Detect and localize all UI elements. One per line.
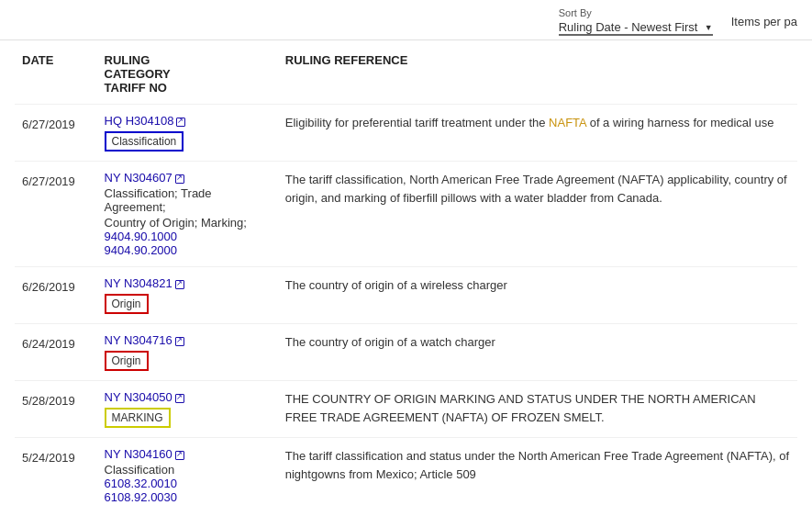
- sort-wrapper[interactable]: Ruling Date - Newest First Ruling Date -…: [559, 20, 713, 36]
- col-header-ruling: RULINGCATEGORYTARIFF NO: [97, 40, 278, 105]
- date-cell: 6/27/2019: [15, 162, 97, 267]
- table-header-row: DATE RULINGCATEGORYTARIFF NO RULING REFE…: [15, 40, 797, 105]
- external-link-icon: [175, 394, 184, 403]
- tariff-link[interactable]: 6108.92.0030: [105, 490, 178, 504]
- reference-cell: THE COUNTRY OF ORIGIN MARKING AND STATUS…: [278, 381, 797, 438]
- sort-section: Sort By Ruling Date - Newest First Rulin…: [559, 7, 713, 36]
- reference-text: The country of origin of a wireless char…: [285, 278, 507, 292]
- ruling-cell: NY N304050MARKING: [97, 381, 278, 438]
- external-link-icon: [175, 174, 184, 184]
- category-text: Classification; Trade Agreement;: [105, 186, 271, 214]
- ruling-link[interactable]: NY N304716: [105, 333, 172, 347]
- external-link-icon: [175, 280, 184, 289]
- tariff-link[interactable]: 9404.90.1000: [105, 230, 178, 243]
- date-cell: 5/24/2019: [15, 438, 97, 506]
- reference-cell: Eligibility for preferential tariff trea…: [278, 105, 797, 162]
- external-link-icon: [176, 118, 185, 127]
- date-cell: 5/28/2019: [15, 381, 97, 438]
- table-row: 6/27/2019HQ H304108ClassificationEligibi…: [15, 105, 797, 162]
- tariff-link[interactable]: 9404.90.2000: [105, 243, 178, 257]
- ruling-cell: NY N304607Classification; Trade Agreemen…: [97, 162, 278, 267]
- category-badge: Origin: [105, 351, 149, 371]
- ruling-link[interactable]: HQ H304108: [105, 114, 174, 128]
- top-bar: Sort By Ruling Date - Newest First Rulin…: [0, 0, 812, 40]
- category-text: Classification: [105, 463, 175, 477]
- reference-cell: The tariff classification, North America…: [278, 162, 797, 267]
- date-cell: 6/24/2019: [15, 324, 97, 381]
- ruling-link[interactable]: NY N304160: [105, 447, 172, 461]
- table-row: 6/24/2019NY N304716OriginThe country of …: [15, 324, 797, 381]
- external-link-icon: [175, 451, 184, 460]
- date-cell: 6/26/2019: [15, 267, 97, 324]
- reference-text: THE COUNTRY OF ORIGIN MARKING AND STATUS…: [285, 392, 756, 424]
- col-header-date: DATE: [15, 40, 97, 105]
- sort-label: Sort By: [559, 7, 592, 18]
- reference-text: The country of origin of a watch charger: [285, 335, 495, 349]
- category-badge: Classification: [105, 131, 184, 152]
- category-badge: MARKING: [105, 408, 171, 428]
- reference-text: The tariff classification and status und…: [285, 449, 789, 481]
- external-link-icon: [175, 337, 184, 346]
- reference-text: Eligibility for preferential tariff trea…: [285, 116, 774, 129]
- results-table-container: DATE RULINGCATEGORYTARIFF NO RULING REFE…: [0, 40, 812, 505]
- ruling-cell: NY N304821Origin: [97, 267, 278, 324]
- items-per-page-label: Items per pa: [731, 15, 797, 28]
- table-row: 6/27/2019NY N304607Classification; Trade…: [15, 162, 797, 267]
- table-row: 5/28/2019NY N304050MARKINGTHE COUNTRY OF…: [15, 381, 797, 438]
- tariff-link[interactable]: 6108.32.0010: [105, 477, 178, 490]
- reference-cell: The country of origin of a wireless char…: [278, 267, 797, 324]
- table-row: 5/24/2019NY N304160Classification6108.32…: [15, 438, 797, 506]
- results-table: DATE RULINGCATEGORYTARIFF NO RULING REFE…: [15, 40, 797, 505]
- ruling-cell: NY N304716Origin: [97, 324, 278, 381]
- category-badge: Origin: [105, 294, 149, 314]
- sort-dropdown[interactable]: Ruling Date - Newest First Ruling Date -…: [559, 20, 713, 36]
- ruling-link[interactable]: NY N304607: [105, 171, 172, 185]
- table-row: 6/26/2019NY N304821OriginThe country of …: [15, 267, 797, 324]
- ruling-link[interactable]: NY N304821: [105, 276, 172, 290]
- reference-cell: The tariff classification and status und…: [278, 438, 797, 506]
- reference-text: The tariff classification, North America…: [285, 173, 787, 205]
- col-header-reference: RULING REFERENCE: [278, 40, 797, 105]
- ruling-link[interactable]: NY N304050: [105, 390, 172, 404]
- ruling-cell: HQ H304108Classification: [97, 105, 278, 162]
- highlighted-text: NAFTA: [549, 116, 586, 129]
- date-cell: 6/27/2019: [15, 105, 97, 162]
- category-text: Country of Origin; Marking;: [105, 216, 247, 230]
- reference-cell: The country of origin of a watch charger: [278, 324, 797, 381]
- ruling-cell: NY N304160Classification6108.32.00106108…: [97, 438, 278, 506]
